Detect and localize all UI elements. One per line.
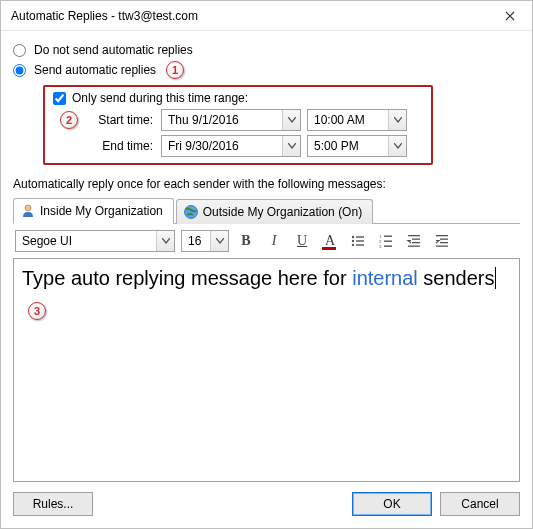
radio-do-not-send[interactable]: Do not send automatic replies: [13, 43, 520, 57]
user-icon: [20, 203, 36, 219]
radio-send-label: Send automatic replies: [34, 63, 156, 77]
start-time-label: Start time:: [85, 113, 155, 127]
font-size-value: 16: [188, 234, 210, 248]
chevron-down-icon: [388, 136, 406, 156]
svg-rect-9: [384, 236, 392, 237]
svg-point-6: [352, 244, 354, 246]
editor-text-suffix: senders: [418, 267, 495, 289]
tab-inside-org[interactable]: Inside My Organization: [13, 198, 174, 224]
end-time-dropdown[interactable]: 5:00 PM: [307, 135, 407, 157]
formatting-toolbar: Segoe UI 16 B I U A: [13, 224, 520, 258]
cancel-button[interactable]: Cancel: [440, 492, 520, 516]
chevron-down-icon: [282, 136, 300, 156]
ok-button[interactable]: OK: [352, 492, 432, 516]
end-date-dropdown[interactable]: Fri 9/30/2016: [161, 135, 301, 157]
message-editor[interactable]: Type auto replying message here for inte…: [13, 258, 520, 482]
only-send-label: Only send during this time range:: [72, 91, 248, 105]
svg-rect-15: [412, 239, 420, 240]
indent-button[interactable]: [431, 230, 453, 252]
radio-send-input[interactable]: [13, 64, 26, 77]
outdent-icon: [406, 233, 422, 249]
titlebar: Automatic Replies - ttw3@test.com: [1, 1, 532, 31]
dialog-window: Automatic Replies - ttw3@test.com Do not…: [0, 0, 533, 529]
bullet-list-button[interactable]: [347, 230, 369, 252]
underline-button[interactable]: U: [291, 230, 313, 252]
svg-point-4: [352, 240, 354, 242]
tab-bar: Inside My Organization Outside My Organi…: [13, 197, 520, 224]
only-send-checkbox-row[interactable]: Only send during this time range:: [53, 91, 423, 105]
svg-rect-3: [356, 236, 364, 237]
bullet-list-icon: [350, 233, 366, 249]
editor-text-internal: internal: [352, 267, 418, 289]
end-date-value: Fri 9/30/2016: [168, 139, 282, 153]
window-title: Automatic Replies - ttw3@test.com: [11, 9, 487, 23]
svg-rect-11: [384, 241, 392, 242]
svg-rect-13: [384, 246, 392, 247]
svg-rect-21: [436, 246, 448, 247]
svg-point-0: [25, 205, 31, 211]
tab-outside-label: Outside My Organization (On): [203, 205, 362, 219]
outdent-button[interactable]: [403, 230, 425, 252]
annotation-1: 1: [166, 61, 184, 79]
only-send-checkbox[interactable]: [53, 92, 66, 105]
chevron-down-icon: [156, 231, 174, 251]
radio-send[interactable]: Send automatic replies 1: [13, 61, 520, 79]
svg-rect-5: [356, 240, 364, 241]
close-button[interactable]: [487, 1, 532, 31]
radio-do-not-send-input[interactable]: [13, 44, 26, 57]
start-date-dropdown[interactable]: Thu 9/1/2016: [161, 109, 301, 131]
svg-rect-19: [440, 239, 448, 240]
radio-do-not-send-label: Do not send automatic replies: [34, 43, 193, 57]
chevron-down-icon: [282, 110, 300, 130]
svg-rect-20: [440, 242, 448, 243]
end-time-label: End time:: [85, 139, 155, 153]
font-family-dropdown[interactable]: Segoe UI: [15, 230, 175, 252]
svg-rect-16: [412, 242, 420, 243]
italic-button[interactable]: I: [263, 230, 285, 252]
font-family-value: Segoe UI: [22, 234, 156, 248]
color-swatch: [322, 247, 336, 250]
start-time-value: 10:00 AM: [314, 113, 388, 127]
annotation-3: 3: [28, 302, 46, 320]
globe-icon: [183, 204, 199, 220]
dialog-footer: Rules... OK Cancel: [1, 482, 532, 528]
chevron-down-icon: [388, 110, 406, 130]
svg-rect-14: [408, 235, 420, 236]
end-time-value: 5:00 PM: [314, 139, 388, 153]
number-list-icon: 1 2 3: [378, 233, 394, 249]
tab-outside-org[interactable]: Outside My Organization (On): [176, 199, 373, 224]
bold-button[interactable]: B: [235, 230, 257, 252]
time-range-box: Only send during this time range: 2 Star…: [43, 85, 433, 165]
svg-rect-18: [436, 235, 448, 236]
number-list-button[interactable]: 1 2 3: [375, 230, 397, 252]
annotation-2: 2: [60, 111, 78, 129]
font-size-dropdown[interactable]: 16: [181, 230, 229, 252]
start-date-value: Thu 9/1/2016: [168, 113, 282, 127]
close-icon: [505, 11, 515, 21]
rules-button[interactable]: Rules...: [13, 492, 93, 516]
svg-rect-17: [408, 246, 420, 247]
svg-text:3: 3: [379, 244, 382, 249]
indent-icon: [434, 233, 450, 249]
svg-rect-7: [356, 244, 364, 245]
text-caret: [495, 267, 496, 289]
instruction-text: Automatically reply once for each sender…: [13, 177, 520, 191]
start-time-dropdown[interactable]: 10:00 AM: [307, 109, 407, 131]
font-color-button[interactable]: A: [319, 230, 341, 252]
tab-inside-label: Inside My Organization: [40, 204, 163, 218]
editor-text-prefix: Type auto replying message here for: [22, 267, 352, 289]
svg-point-2: [352, 236, 354, 238]
chevron-down-icon: [210, 231, 228, 251]
